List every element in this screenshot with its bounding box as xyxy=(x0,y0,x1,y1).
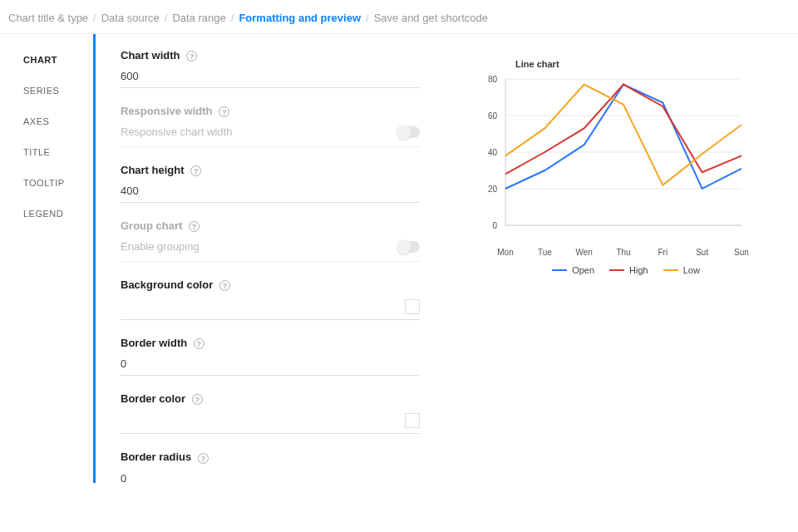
chart-height-label: Chart height ? xyxy=(121,164,451,176)
help-icon[interactable]: ? xyxy=(190,165,201,176)
help-icon[interactable]: ? xyxy=(192,394,203,405)
legend-swatch xyxy=(609,269,624,271)
settings-sidebar: CHARTSERIESAXESTITLETOOLTIPLEGEND xyxy=(0,34,93,483)
help-icon[interactable]: ? xyxy=(198,453,209,464)
sidebar-item-title[interactable]: TITLE xyxy=(23,147,93,157)
chart-height-input[interactable] xyxy=(121,180,420,203)
group-chart-toggle[interactable] xyxy=(397,241,420,253)
chart-preview-panel: Line chart 020406080MonTueWenThuFriSutSu… xyxy=(464,34,780,483)
legend-swatch xyxy=(663,269,678,271)
chart-width-input[interactable] xyxy=(121,65,420,88)
y-tick-label: 60 xyxy=(477,111,497,121)
x-tick-label: Thu xyxy=(616,248,630,257)
breadcrumb-item[interactable]: Data source xyxy=(101,12,160,24)
help-icon[interactable]: ? xyxy=(186,51,197,62)
legend-item[interactable]: Open xyxy=(552,265,594,275)
breadcrumb-item[interactable]: Formatting and preview xyxy=(239,12,361,24)
background-color-label: Background color ? xyxy=(121,278,451,291)
x-tick-label: Wen xyxy=(575,248,592,257)
legend-swatch xyxy=(552,269,567,271)
chart-legend: OpenHighLow xyxy=(482,265,770,275)
help-icon[interactable]: ? xyxy=(219,280,230,291)
responsive-width-label: Responsive width ? xyxy=(121,105,451,117)
responsive-width-toggle[interactable] xyxy=(397,126,420,138)
border-radius-input[interactable] xyxy=(121,467,420,484)
sidebar-item-series[interactable]: SERIES xyxy=(23,86,93,96)
legend-item[interactable]: Low xyxy=(663,265,700,275)
x-tick-label: Fri xyxy=(658,248,667,257)
sidebar-item-axes[interactable]: AXES xyxy=(23,116,93,126)
y-tick-label: 20 xyxy=(477,185,497,194)
sidebar-item-chart[interactable]: CHART xyxy=(23,55,93,65)
border-radius-label: Border radius ? xyxy=(121,451,451,463)
breadcrumb-item[interactable]: Save and get shortcode xyxy=(374,12,488,24)
chart-title: Line chart xyxy=(515,59,770,69)
x-tick-label: Sun xyxy=(734,248,749,257)
sidebar-item-legend[interactable]: LEGEND xyxy=(23,209,93,219)
x-tick-label: Tue xyxy=(538,248,552,257)
breadcrumb-item[interactable]: Data range xyxy=(172,12,225,24)
breadcrumb-item[interactable]: Chart title & type xyxy=(8,12,88,24)
y-tick-label: 80 xyxy=(477,75,497,84)
sidebar-item-tooltip[interactable]: TOOLTIP xyxy=(23,178,93,188)
x-tick-label: Mon xyxy=(497,248,513,257)
border-width-input[interactable] xyxy=(121,352,420,376)
help-icon[interactable]: ? xyxy=(189,221,200,232)
y-tick-label: 40 xyxy=(477,148,497,157)
help-icon[interactable]: ? xyxy=(194,338,204,349)
responsive-width-toggle-text: Responsive chart width xyxy=(121,126,232,138)
group-chart-label: Group chart ? xyxy=(121,219,451,232)
border-color-label: Border color ? xyxy=(121,392,451,405)
form-panel: Chart width ? Responsive width ? Respons… xyxy=(93,34,464,483)
x-tick-label: Sut xyxy=(696,248,708,257)
border-color-picker[interactable] xyxy=(405,413,420,428)
background-color-picker[interactable] xyxy=(405,299,420,314)
y-tick-label: 0 xyxy=(477,221,497,230)
breadcrumb: Chart title & type/Data source/Data rang… xyxy=(0,0,798,34)
group-chart-toggle-text: Enable grouping xyxy=(121,240,200,253)
help-icon[interactable]: ? xyxy=(219,106,229,117)
chart-width-label: Chart width ? xyxy=(121,49,451,62)
border-width-label: Border width ? xyxy=(121,337,451,349)
line-chart: 020406080MonTueWenThuFriSutSun xyxy=(482,74,746,240)
legend-item[interactable]: High xyxy=(609,265,648,275)
